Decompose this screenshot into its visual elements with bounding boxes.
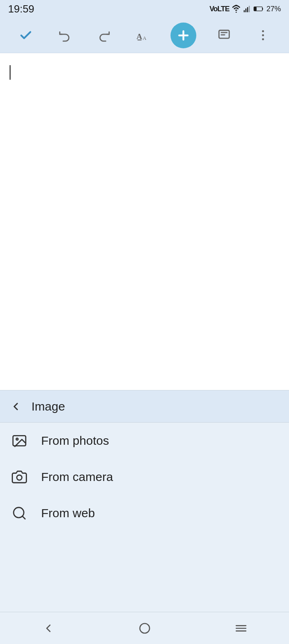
menu-item-from-camera[interactable]: From camera <box>0 459 289 495</box>
format-text-button[interactable]: A A <box>131 24 154 47</box>
check-icon <box>19 29 33 42</box>
svg-point-20 <box>140 623 150 633</box>
svg-point-16 <box>16 438 18 440</box>
image-menu-panel: Image From photos From camera <box>0 390 289 612</box>
bottom-nav <box>0 612 289 644</box>
redo-icon <box>97 29 111 42</box>
back-button[interactable] <box>10 400 22 413</box>
nav-back-button[interactable] <box>32 616 64 640</box>
svg-rect-4 <box>249 6 250 12</box>
svg-rect-3 <box>247 7 248 12</box>
text-cursor <box>10 65 10 80</box>
more-options-icon <box>262 30 264 40</box>
comment-icon <box>217 29 231 42</box>
back-arrow-icon <box>10 400 22 413</box>
search-icon <box>10 504 29 523</box>
nav-menu-icon <box>235 622 247 635</box>
redo-button[interactable] <box>93 24 115 47</box>
menu-spacer <box>0 531 289 612</box>
from-camera-label: From camera <box>41 470 113 484</box>
menu-title: Image <box>31 400 65 413</box>
check-button[interactable] <box>15 24 37 47</box>
add-icon <box>176 28 191 43</box>
volte-icon: VoLTE <box>210 5 229 13</box>
svg-rect-1 <box>244 10 245 12</box>
svg-line-19 <box>22 516 25 519</box>
menu-item-from-photos[interactable]: From photos <box>0 423 289 459</box>
wifi-icon <box>232 4 241 13</box>
add-button[interactable] <box>170 23 196 48</box>
undo-icon <box>58 29 72 42</box>
status-icons: VoLTE 27% <box>210 4 281 13</box>
svg-rect-2 <box>245 8 247 12</box>
svg-text:A: A <box>143 35 147 41</box>
more-options-button[interactable] <box>252 24 274 47</box>
battery-percent: 27% <box>266 5 281 13</box>
signal-icon <box>243 5 251 13</box>
format-text-icon: A A <box>136 29 150 42</box>
svg-text:A: A <box>137 31 143 40</box>
svg-point-17 <box>17 475 22 480</box>
menu-header[interactable]: Image <box>0 390 289 423</box>
svg-rect-6 <box>254 7 256 11</box>
nav-home-button[interactable] <box>129 616 161 640</box>
nav-menu-button[interactable] <box>225 616 257 640</box>
nav-home-icon <box>138 622 151 635</box>
from-web-label: From web <box>41 506 95 520</box>
editor-area[interactable] <box>0 53 289 390</box>
undo-button[interactable] <box>54 24 76 47</box>
nav-back-icon <box>42 622 55 635</box>
photos-icon <box>10 431 29 450</box>
comment-button[interactable] <box>213 24 235 47</box>
toolbar: A A <box>0 18 289 53</box>
svg-point-0 <box>236 12 237 13</box>
from-photos-label: From photos <box>41 434 109 448</box>
status-time: 19:59 <box>8 3 34 15</box>
menu-item-from-web[interactable]: From web <box>0 495 289 531</box>
camera-icon <box>10 467 29 487</box>
battery-icon <box>254 5 264 12</box>
status-bar: 19:59 VoLTE 27% <box>0 0 289 18</box>
